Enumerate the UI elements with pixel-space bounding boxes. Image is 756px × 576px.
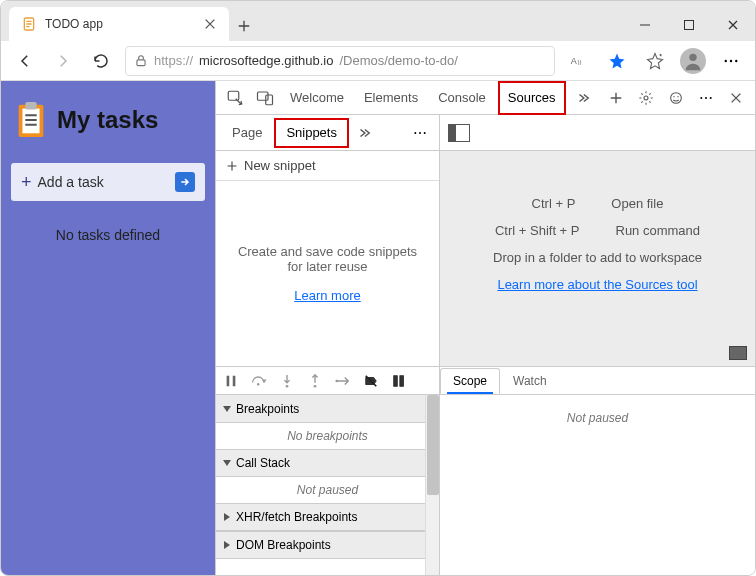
svg-rect-11	[25, 102, 36, 110]
step-icon[interactable]	[334, 372, 352, 390]
tab-sources[interactable]: Sources	[498, 81, 566, 115]
debug-toolbar	[216, 367, 439, 395]
chevron-right-icon	[224, 513, 230, 521]
chevron-down-icon	[223, 460, 231, 466]
scrollbar[interactable]	[425, 395, 439, 576]
shortcut-run-cmd-key: Ctrl + Shift + P	[495, 223, 580, 238]
snippets-help-text: Create and save code snippets for later …	[236, 244, 419, 274]
address-bar: https://microsoftedge.github.io/Demos/de…	[1, 41, 755, 81]
svg-point-24	[424, 132, 426, 134]
sources-learn-more-link[interactable]: Learn more about the Sources tool	[497, 277, 697, 292]
feedback-icon[interactable]	[663, 85, 689, 111]
svg-point-16	[671, 92, 682, 103]
editor-topbar	[440, 115, 755, 151]
new-tab-button[interactable]	[229, 11, 259, 41]
forward-button[interactable]	[49, 47, 77, 75]
svg-point-29	[314, 384, 317, 387]
collections-icon[interactable]	[641, 47, 669, 75]
dom-breakpoints-header[interactable]: DOM Breakpoints	[216, 531, 439, 559]
breakpoints-section-header[interactable]: Breakpoints	[216, 395, 439, 423]
new-tab-devtools-icon[interactable]	[603, 85, 629, 111]
tab-console[interactable]: Console	[430, 81, 494, 115]
add-task-label: Add a task	[38, 174, 169, 190]
step-over-icon[interactable]	[250, 372, 268, 390]
url-box[interactable]: https://microsoftedge.github.io/Demos/de…	[125, 46, 555, 76]
devtools-more-icon[interactable]	[693, 85, 719, 111]
close-window-button[interactable]	[711, 9, 755, 41]
scrollbar-thumb[interactable]	[427, 395, 439, 495]
maximize-button[interactable]	[667, 9, 711, 41]
lock-icon	[134, 54, 148, 68]
page-favicon-icon	[21, 16, 37, 32]
url-host: microsoftedge.github.io	[199, 53, 333, 68]
favorite-star-icon[interactable]	[603, 47, 631, 75]
debugger-drawer: Breakpoints No breakpoints Call Stack No…	[216, 366, 755, 576]
pause-icon[interactable]	[222, 372, 240, 390]
step-into-icon[interactable]	[278, 372, 296, 390]
new-snippet-button[interactable]: New snippet	[216, 151, 439, 181]
shortcut-run-cmd-label: Run command	[616, 223, 701, 238]
devtools-tabs: Welcome Elements Console Sources	[216, 81, 755, 115]
svg-point-19	[700, 97, 702, 99]
close-devtools-icon[interactable]	[723, 85, 749, 111]
device-toolbar-icon[interactable]	[252, 85, 278, 111]
close-tab-icon[interactable]	[203, 17, 217, 31]
svg-point-23	[419, 132, 421, 134]
svg-rect-32	[400, 375, 404, 386]
nav-more-tabs-icon[interactable]	[351, 120, 377, 146]
reload-button[interactable]	[87, 47, 115, 75]
toggle-debugger-icon[interactable]	[729, 346, 747, 360]
svg-rect-2	[137, 59, 145, 65]
submit-arrow-icon[interactable]	[175, 172, 195, 192]
svg-rect-31	[394, 375, 398, 386]
svg-point-5	[689, 53, 696, 60]
browser-tab[interactable]: TODO app	[9, 7, 229, 41]
xhr-breakpoints-header[interactable]: XHR/fetch Breakpoints	[216, 503, 439, 531]
callstack-title: Call Stack	[236, 456, 290, 470]
svg-point-28	[286, 384, 289, 387]
devtools-panel: Welcome Elements Console Sources Page Sn…	[215, 81, 755, 576]
add-task-input[interactable]: + Add a task	[11, 163, 205, 201]
deactivate-breakpoints-icon[interactable]	[362, 372, 380, 390]
svg-point-7	[730, 59, 732, 61]
breakpoints-title: Breakpoints	[236, 402, 299, 416]
no-tasks-label: No tasks defined	[1, 201, 215, 269]
url-path: /Demos/demo-to-do/	[339, 53, 458, 68]
svg-rect-25	[227, 375, 230, 386]
pause-on-exceptions-icon[interactable]	[390, 372, 408, 390]
svg-rect-13	[258, 92, 269, 100]
nav-tab-page[interactable]: Page	[222, 118, 272, 148]
page-content: My tasks + Add a task No tasks defined	[1, 81, 215, 576]
dom-title: DOM Breakpoints	[236, 538, 331, 552]
drop-folder-hint: Drop in a folder to add to workspace	[493, 250, 702, 265]
svg-point-20	[705, 97, 707, 99]
callstack-section-header[interactable]: Call Stack	[216, 449, 439, 477]
nav-more-icon[interactable]	[407, 120, 433, 146]
step-out-icon[interactable]	[306, 372, 324, 390]
tab-scope[interactable]: Scope	[440, 368, 500, 394]
breakpoints-empty: No breakpoints	[216, 423, 439, 449]
svg-point-27	[257, 383, 259, 385]
new-snippet-label: New snippet	[244, 158, 316, 173]
more-tabs-icon[interactable]	[570, 85, 596, 111]
window-titlebar: TODO app	[1, 1, 755, 41]
tab-watch[interactable]: Watch	[500, 368, 560, 394]
settings-gear-icon[interactable]	[633, 85, 659, 111]
minimize-button[interactable]	[623, 9, 667, 41]
nav-tab-snippets[interactable]: Snippets	[274, 118, 349, 148]
toggle-navigator-icon[interactable]	[448, 124, 470, 142]
snippets-help: Create and save code snippets for later …	[216, 181, 439, 366]
svg-point-15	[644, 96, 648, 100]
profile-avatar[interactable]	[679, 47, 707, 75]
tab-elements[interactable]: Elements	[356, 81, 426, 115]
chevron-down-icon	[223, 406, 231, 412]
window-controls	[623, 9, 755, 41]
chevron-right-icon	[224, 541, 230, 549]
svg-text:A: A	[571, 56, 577, 66]
snippets-learn-more-link[interactable]: Learn more	[294, 288, 360, 303]
tab-welcome[interactable]: Welcome	[282, 81, 352, 115]
more-menu-button[interactable]	[717, 47, 745, 75]
inspect-element-icon[interactable]	[222, 85, 248, 111]
back-button[interactable]	[11, 47, 39, 75]
reader-mode-icon[interactable]: A))	[565, 47, 593, 75]
